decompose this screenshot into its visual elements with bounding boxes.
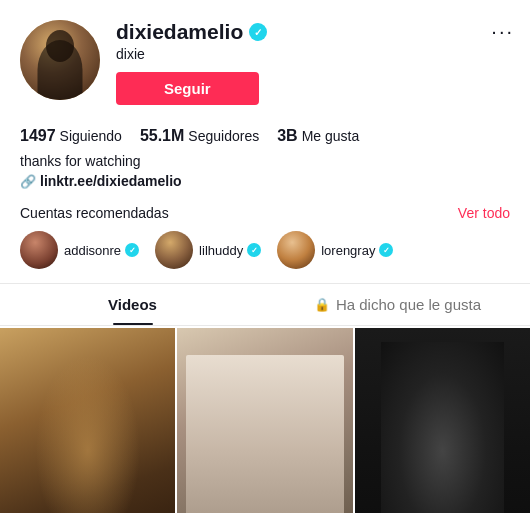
- verified-icon: [249, 23, 267, 41]
- rec-account-lilhuddy[interactable]: lilhuddy: [155, 231, 261, 269]
- recommended-section: Cuentas recomendadas Ver todo addisonre …: [0, 191, 530, 277]
- rec-name-row-lorengray: lorengray: [321, 243, 393, 258]
- tab-videos[interactable]: Videos: [0, 284, 265, 325]
- rec-verified-lorengray: [379, 243, 393, 257]
- rec-name-lorengray: lorengray: [321, 243, 375, 258]
- tab-likes[interactable]: 🔒 Ha dicho que le gusta: [265, 284, 530, 325]
- following-stat: 1497 Siguiendo: [20, 127, 122, 145]
- bio-link[interactable]: linktr.ee/dixiedamelio: [40, 173, 182, 189]
- followers-count: 55.1M: [140, 127, 184, 145]
- tab-videos-label: Videos: [108, 296, 157, 313]
- profile-info: dixiedamelio dixie Seguir: [116, 20, 510, 105]
- rec-account-addisonre[interactable]: addisonre: [20, 231, 139, 269]
- video-thumb-2[interactable]: ▷ 1.9M: [177, 328, 352, 513]
- username: dixiedamelio: [116, 20, 243, 44]
- bio-text: thanks for watching: [20, 153, 510, 169]
- more-options-button[interactable]: ···: [491, 20, 514, 43]
- rec-name-row-lilhuddy: lilhuddy: [199, 243, 261, 258]
- rec-name-lilhuddy: lilhuddy: [199, 243, 243, 258]
- bio-link-row: 🔗 linktr.ee/dixiedamelio: [20, 173, 510, 189]
- username-row: dixiedamelio: [116, 20, 510, 44]
- recommended-header: Cuentas recomendadas Ver todo: [20, 205, 510, 221]
- avatar: [20, 20, 100, 100]
- profile-header: dixiedamelio dixie Seguir ···: [0, 0, 530, 115]
- recommended-title: Cuentas recomendadas: [20, 205, 169, 221]
- likes-label: Me gusta: [302, 128, 360, 144]
- tab-likes-label: Ha dicho que le gusta: [336, 296, 481, 313]
- follow-button[interactable]: Seguir: [116, 72, 259, 105]
- rec-account-lorengray[interactable]: lorengray: [277, 231, 393, 269]
- see-all-button[interactable]: Ver todo: [458, 205, 510, 221]
- rec-avatar-addisonre: [20, 231, 58, 269]
- rec-name-addisonre: addisonre: [64, 243, 121, 258]
- video-thumb-1[interactable]: ▷ 2.9M: [0, 328, 175, 513]
- nickname: dixie: [116, 46, 510, 62]
- video-grid: ▷ 2.9M ▷ 1.9M ▷ 4.9M: [0, 326, 530, 513]
- avatar-image: [20, 20, 100, 100]
- lock-icon: 🔒: [314, 297, 330, 312]
- rec-avatar-lorengray: [277, 231, 315, 269]
- tabs-row: Videos 🔒 Ha dicho que le gusta: [0, 284, 530, 326]
- likes-count: 3B: [277, 127, 297, 145]
- following-count: 1497: [20, 127, 56, 145]
- following-label: Siguiendo: [60, 128, 122, 144]
- stats-row: 1497 Siguiendo 55.1M Seguidores 3B Me gu…: [0, 115, 530, 149]
- likes-stat: 3B Me gusta: [277, 127, 359, 145]
- rec-verified-addisonre: [125, 243, 139, 257]
- rec-verified-lilhuddy: [247, 243, 261, 257]
- followers-stat: 55.1M Seguidores: [140, 127, 259, 145]
- followers-label: Seguidores: [188, 128, 259, 144]
- recommended-list: addisonre lilhuddy lorengray: [20, 231, 510, 269]
- bio-section: thanks for watching 🔗 linktr.ee/dixiedam…: [0, 149, 530, 191]
- rec-name-row-addisonre: addisonre: [64, 243, 139, 258]
- rec-avatar-lilhuddy: [155, 231, 193, 269]
- video-thumb-3[interactable]: ▷ 4.9M: [355, 328, 530, 513]
- link-icon: 🔗: [20, 174, 36, 189]
